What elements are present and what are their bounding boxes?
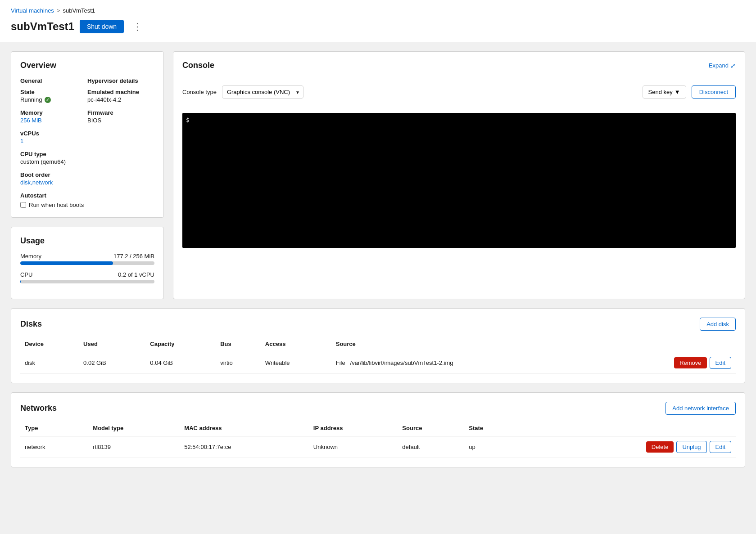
disconnect-button[interactable]: Disconnect xyxy=(692,85,736,99)
boot-order-item: Boot order disk,network xyxy=(20,171,87,186)
overview-panel: Overview General State Running Memor xyxy=(11,51,164,218)
network-mac-address-cell: 52:54:00:17:7e:ce xyxy=(180,436,309,458)
expand-link[interactable]: Expand ⤢ xyxy=(709,62,736,69)
table-row: network rtl8139 52:54:00:17:7e:ce Unknow… xyxy=(20,436,736,458)
disks-col-used: Used xyxy=(79,338,145,352)
running-status-icon xyxy=(45,97,51,103)
disk-access-cell: Writeable xyxy=(261,352,331,374)
memory-value[interactable]: 256 MiB xyxy=(20,117,87,124)
top-bar: Virtual machines > subVmTest1 subVmTest1… xyxy=(0,0,756,42)
state-value-row: Running xyxy=(20,96,87,103)
network-action-buttons: Delete Unplug Edit xyxy=(523,441,731,453)
state-label: State xyxy=(20,89,87,95)
page-title: subVmTest1 xyxy=(11,20,74,33)
cpu-usage-bar-fill xyxy=(20,280,21,283)
top-panels: Overview General State Running Memor xyxy=(11,51,745,299)
disks-col-actions xyxy=(597,338,736,352)
disks-table-header-row: Device Used Capacity Bus Access Source xyxy=(20,338,736,352)
memory-usage-value: 177.2 / 256 MiB xyxy=(113,253,154,260)
vcpus-item: vCPUs 1 xyxy=(20,130,87,144)
cpu-usage-value: 0.2 of 1 vCPU xyxy=(118,271,154,278)
disks-panel: Disks Add disk Device Used Capacity Bus … xyxy=(11,308,745,383)
cpu-type-item: CPU type custom (qemu64) xyxy=(20,151,87,165)
networks-table-head: Type Model type MAC address IP address S… xyxy=(20,422,736,436)
edit-network-button[interactable]: Edit xyxy=(710,441,731,453)
autostart-checkbox[interactable] xyxy=(20,202,26,208)
expand-label: Expand xyxy=(709,62,729,69)
console-type-select-wrapper: Graphics console (VNC) ▼ xyxy=(222,85,303,99)
send-key-button[interactable]: Send key ▼ xyxy=(643,85,686,99)
page-title-row: subVmTest1 Shut down ⋮ xyxy=(11,18,745,38)
network-model-type-cell: rtl8139 xyxy=(88,436,180,458)
disk-bus-cell: virtio xyxy=(216,352,261,374)
disks-header: Disks Add disk xyxy=(20,318,736,331)
emulated-machine-item: Emulated machine pc-i440fx-4.2 xyxy=(87,89,154,103)
disks-col-capacity: Capacity xyxy=(145,338,216,352)
delete-network-button[interactable]: Delete xyxy=(646,441,674,453)
breadcrumb: Virtual machines > subVmTest1 xyxy=(11,7,745,14)
usage-panel: Usage Memory 177.2 / 256 MiB CPU 0.2 of … xyxy=(11,227,164,299)
networks-col-mac-address: MAC address xyxy=(180,422,309,436)
disks-col-access: Access xyxy=(261,338,331,352)
add-network-interface-button[interactable]: Add network interface xyxy=(665,402,736,415)
send-key-label: Send key xyxy=(648,89,673,95)
networks-table: Type Model type MAC address IP address S… xyxy=(20,422,736,458)
cpu-usage-bar-bg xyxy=(20,280,154,283)
networks-col-source: Source xyxy=(398,422,464,436)
console-title: Console xyxy=(182,61,214,70)
networks-header: Networks Add network interface xyxy=(20,402,736,415)
breadcrumb-current: subVmTest1 xyxy=(63,7,95,14)
emulated-machine-value: pc-i440fx-4.2 xyxy=(87,96,154,103)
memory-usage-row: Memory 177.2 / 256 MiB xyxy=(20,253,154,260)
main-content: Overview General State Running Memor xyxy=(0,42,756,476)
autostart-checkbox-row: Run when host boots xyxy=(20,202,87,208)
overview-hypervisor-col: Hypervisor details Emulated machine pc-i… xyxy=(87,77,154,208)
autostart-section: Autostart Run when host boots xyxy=(20,192,87,208)
disk-source-cell: File /var/lib/libvirt/images/subVmTest1-… xyxy=(331,352,597,374)
cpu-type-label: CPU type xyxy=(20,151,87,157)
networks-col-ip-address: IP address xyxy=(309,422,398,436)
firmware-item: Firmware BIOS xyxy=(87,109,154,124)
overview-general-col: General State Running Memory 256 MiB xyxy=(20,77,87,208)
edit-disk-button[interactable]: Edit xyxy=(710,357,731,369)
expand-icon: ⤢ xyxy=(730,62,736,69)
memory-item: Memory 256 MiB xyxy=(20,109,87,124)
disks-col-device: Device xyxy=(20,338,79,352)
breadcrumb-parent-link[interactable]: Virtual machines xyxy=(11,7,54,14)
table-row: disk 0.02 GiB 0.04 GiB virtio Writeable … xyxy=(20,352,736,374)
networks-table-header-row: Type Model type MAC address IP address S… xyxy=(20,422,736,436)
network-actions-cell: Delete Unplug Edit xyxy=(518,436,736,458)
network-type-cell: network xyxy=(20,436,88,458)
send-key-chevron-icon: ▼ xyxy=(675,89,680,95)
memory-label: Memory xyxy=(20,109,87,116)
networks-col-actions xyxy=(518,422,736,436)
remove-disk-button[interactable]: Remove xyxy=(674,357,706,368)
memory-usage-item: Memory 177.2 / 256 MiB xyxy=(20,253,154,265)
disk-action-buttons: Remove Edit xyxy=(602,357,731,369)
console-screen[interactable]: $ _ xyxy=(182,113,736,248)
shut-down-button[interactable]: Shut down xyxy=(80,20,124,33)
disk-capacity-cell: 0.04 GiB xyxy=(145,352,216,374)
unplug-network-button[interactable]: Unplug xyxy=(676,441,706,453)
console-type-select[interactable]: Graphics console (VNC) xyxy=(222,85,303,99)
networks-col-type: Type xyxy=(20,422,88,436)
firmware-value: BIOS xyxy=(87,117,154,124)
boot-order-value[interactable]: disk,network xyxy=(20,179,87,186)
usage-title: Usage xyxy=(20,236,154,246)
kebab-menu-icon[interactable]: ⋮ xyxy=(129,19,145,34)
vcpus-value[interactable]: 1 xyxy=(20,138,87,144)
hypervisor-section-label: Hypervisor details xyxy=(87,77,154,84)
add-disk-button[interactable]: Add disk xyxy=(700,318,736,331)
console-header: Console Expand ⤢ xyxy=(182,61,736,70)
emulated-machine-label: Emulated machine xyxy=(87,89,154,95)
memory-usage-bar-fill xyxy=(20,261,113,265)
memory-usage-bar-bg xyxy=(20,261,154,265)
console-panel: Console Expand ⤢ Console type Graphics c… xyxy=(173,51,745,299)
vcpus-label: vCPUs xyxy=(20,130,87,137)
boot-order-label: Boot order xyxy=(20,171,87,178)
network-state-cell: up xyxy=(464,436,518,458)
disks-col-bus: Bus xyxy=(216,338,261,352)
console-controls: Console type Graphics console (VNC) ▼ Se… xyxy=(182,85,736,99)
network-ip-address-cell: Unknown xyxy=(309,436,398,458)
cpu-usage-label: CPU xyxy=(20,271,32,278)
